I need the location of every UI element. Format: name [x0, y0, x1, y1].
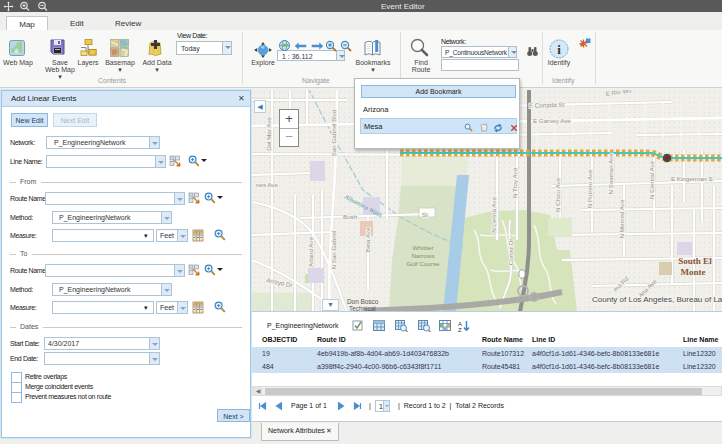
svg-text:Cortez Dr: Cortez Dr [507, 239, 514, 265]
svg-text:South El: South El [678, 256, 712, 266]
svg-text:Don Bosco: Don Bosco [347, 298, 379, 305]
svg-text:E Garvey Ave: E Garvey Ave [533, 117, 571, 124]
svg-text:Beta Ave: Beta Ave [364, 227, 371, 252]
svg-text:Z: Z [458, 327, 462, 333]
svg-text:N Seaman Ave: N Seaman Ave [607, 153, 614, 195]
svg-text:E Cortada St: E Cortada St [529, 101, 565, 109]
svg-text:N Central Ave: N Central Ave [648, 160, 655, 199]
svg-text:E Kingerman S: E Kingerman S [671, 175, 713, 182]
svg-text:St: St [422, 211, 428, 218]
svg-text:San Gabriel Blvd: San Gabriel Blvd [330, 109, 337, 156]
svg-text:Monte: Monte [681, 267, 706, 277]
svg-text:i: i [557, 42, 561, 57]
svg-text:Golf Course: Golf Course [406, 260, 440, 267]
svg-text:Whittier: Whittier [413, 244, 434, 251]
svg-text:County of Los Angeles, Bureau: County of Los Angeles, Bureau of La [592, 295, 722, 304]
svg-text:N Lerma Ave: N Lerma Ave [490, 197, 497, 233]
svg-text:Narrows: Narrows [411, 252, 434, 259]
svg-text:N San Gabriel: N San Gabriel [330, 231, 337, 270]
svg-text:Bush: Bush [343, 213, 358, 220]
svg-text:Arland Ave: Arland Ave [307, 237, 314, 267]
svg-text:N Merced Ave: N Merced Ave [618, 199, 625, 238]
svg-text:N Potrero Ave: N Potrero Ave [586, 169, 593, 208]
svg-text:Del Mar Ave: Del Mar Ave [265, 117, 272, 151]
svg-text:N Chico Ave: N Chico Ave [554, 177, 561, 211]
svg-text:nes Ave: nes Ave [256, 181, 278, 188]
svg-text:N Troy Ave: N Troy Ave [511, 167, 518, 198]
